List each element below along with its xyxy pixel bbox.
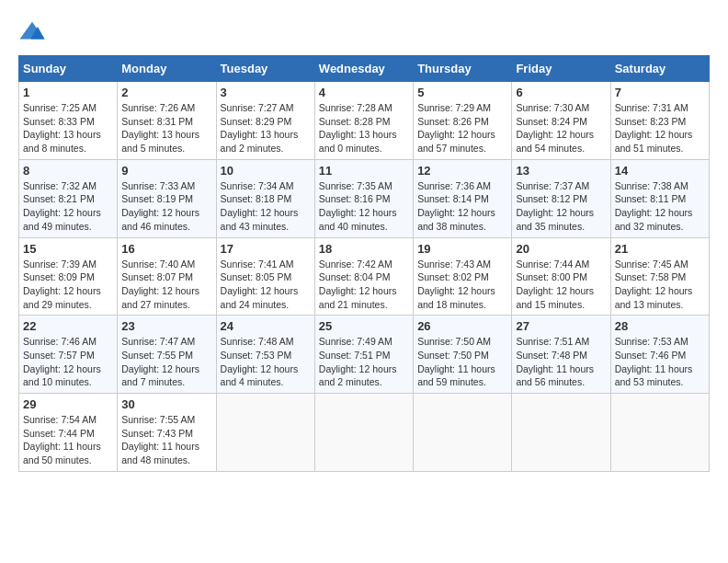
calendar-cell: 21 Sunrise: 7:45 AM Sunset: 7:58 PM Dayl… <box>610 237 709 316</box>
day-info: Sunrise: 7:29 AM Sunset: 8:26 PM Dayligh… <box>417 101 507 155</box>
calendar-cell: 24 Sunrise: 7:48 AM Sunset: 7:53 PM Dayl… <box>216 316 314 394</box>
day-info: Sunrise: 7:26 AM Sunset: 8:31 PM Dayligh… <box>121 101 211 155</box>
day-number: 15 <box>23 242 113 256</box>
day-info: Sunrise: 7:33 AM Sunset: 8:19 PM Dayligh… <box>121 179 211 234</box>
calendar-cell: 2 Sunrise: 7:26 AM Sunset: 8:31 PM Dayli… <box>118 82 216 160</box>
calendar-cell <box>610 394 709 472</box>
day-info: Sunrise: 7:36 AM Sunset: 8:14 PM Dayligh… <box>417 179 507 234</box>
day-number: 28 <box>615 319 705 333</box>
calendar-week-1: 1 Sunrise: 7:25 AM Sunset: 8:33 PM Dayli… <box>19 82 710 160</box>
day-number: 16 <box>121 242 211 256</box>
calendar-week-3: 15 Sunrise: 7:39 AM Sunset: 8:09 PM Dayl… <box>19 237 710 316</box>
day-info: Sunrise: 7:50 AM Sunset: 7:50 PM Dayligh… <box>417 335 507 389</box>
day-number: 12 <box>417 164 507 178</box>
day-number: 9 <box>121 164 211 178</box>
day-info: Sunrise: 7:34 AM Sunset: 8:18 PM Dayligh… <box>221 179 311 234</box>
day-info: Sunrise: 7:46 AM Sunset: 7:57 PM Dayligh… <box>23 335 113 389</box>
calendar-week-5: 29 Sunrise: 7:54 AM Sunset: 7:44 PM Dayl… <box>19 394 710 472</box>
calendar-cell: 27 Sunrise: 7:51 AM Sunset: 7:48 PM Dayl… <box>512 316 610 394</box>
day-number: 2 <box>121 86 211 99</box>
calendar-cell: 1 Sunrise: 7:25 AM Sunset: 8:33 PM Dayli… <box>19 82 118 160</box>
calendar-cell <box>414 394 512 472</box>
calendar-cell: 23 Sunrise: 7:47 AM Sunset: 7:55 PM Dayl… <box>118 316 216 394</box>
calendar-cell: 26 Sunrise: 7:50 AM Sunset: 7:50 PM Dayl… <box>414 316 512 394</box>
day-info: Sunrise: 7:27 AM Sunset: 8:29 PM Dayligh… <box>221 101 311 155</box>
day-number: 8 <box>23 164 113 178</box>
day-info: Sunrise: 7:31 AM Sunset: 8:23 PM Dayligh… <box>615 101 705 155</box>
day-number: 7 <box>615 86 705 99</box>
day-number: 30 <box>121 397 211 411</box>
day-number: 26 <box>417 319 507 333</box>
day-info: Sunrise: 7:30 AM Sunset: 8:24 PM Dayligh… <box>516 101 606 155</box>
day-number: 11 <box>319 164 409 178</box>
day-number: 22 <box>23 319 113 333</box>
col-header-sunday: Sunday <box>19 56 118 82</box>
calendar-cell: 9 Sunrise: 7:33 AM Sunset: 8:19 PM Dayli… <box>118 159 216 237</box>
day-info: Sunrise: 7:48 AM Sunset: 7:53 PM Dayligh… <box>221 335 311 389</box>
day-info: Sunrise: 7:45 AM Sunset: 7:58 PM Dayligh… <box>615 258 705 312</box>
calendar-cell: 15 Sunrise: 7:39 AM Sunset: 8:09 PM Dayl… <box>19 237 118 316</box>
day-number: 23 <box>121 319 211 333</box>
day-info: Sunrise: 7:43 AM Sunset: 8:02 PM Dayligh… <box>417 258 507 312</box>
calendar-cell <box>216 394 314 472</box>
day-number: 29 <box>23 397 113 411</box>
day-info: Sunrise: 7:42 AM Sunset: 8:04 PM Dayligh… <box>319 258 409 312</box>
day-info: Sunrise: 7:53 AM Sunset: 7:46 PM Dayligh… <box>615 335 705 389</box>
calendar-cell: 10 Sunrise: 7:34 AM Sunset: 8:18 PM Dayl… <box>216 159 314 237</box>
day-info: Sunrise: 7:28 AM Sunset: 8:28 PM Dayligh… <box>319 101 409 155</box>
calendar-cell: 16 Sunrise: 7:40 AM Sunset: 8:07 PM Dayl… <box>118 237 216 316</box>
calendar-cell: 14 Sunrise: 7:38 AM Sunset: 8:11 PM Dayl… <box>610 159 709 237</box>
col-header-tuesday: Tuesday <box>216 56 314 82</box>
day-number: 1 <box>23 86 113 99</box>
day-number: 5 <box>417 86 507 99</box>
day-info: Sunrise: 7:47 AM Sunset: 7:55 PM Dayligh… <box>121 335 211 389</box>
calendar-cell: 13 Sunrise: 7:37 AM Sunset: 8:12 PM Dayl… <box>512 159 610 237</box>
day-info: Sunrise: 7:51 AM Sunset: 7:48 PM Dayligh… <box>516 335 606 389</box>
day-info: Sunrise: 7:25 AM Sunset: 8:33 PM Dayligh… <box>23 101 113 155</box>
day-number: 19 <box>417 242 507 256</box>
col-header-thursday: Thursday <box>414 56 512 82</box>
calendar-cell <box>512 394 610 472</box>
logo <box>18 18 50 46</box>
day-number: 3 <box>221 86 311 99</box>
day-number: 20 <box>516 242 606 256</box>
day-info: Sunrise: 7:54 AM Sunset: 7:44 PM Dayligh… <box>23 413 113 467</box>
calendar-cell: 8 Sunrise: 7:32 AM Sunset: 8:21 PM Dayli… <box>19 159 118 237</box>
day-info: Sunrise: 7:44 AM Sunset: 8:00 PM Dayligh… <box>516 258 606 312</box>
calendar-cell: 3 Sunrise: 7:27 AM Sunset: 8:29 PM Dayli… <box>216 82 314 160</box>
calendar-cell: 5 Sunrise: 7:29 AM Sunset: 8:26 PM Dayli… <box>414 82 512 160</box>
day-info: Sunrise: 7:55 AM Sunset: 7:43 PM Dayligh… <box>121 413 211 467</box>
calendar-cell: 22 Sunrise: 7:46 AM Sunset: 7:57 PM Dayl… <box>19 316 118 394</box>
calendar-table: SundayMondayTuesdayWednesdayThursdayFrid… <box>18 55 710 472</box>
day-number: 21 <box>615 242 705 256</box>
col-header-monday: Monday <box>118 56 216 82</box>
day-number: 6 <box>516 86 606 99</box>
day-info: Sunrise: 7:39 AM Sunset: 8:09 PM Dayligh… <box>23 258 113 312</box>
day-info: Sunrise: 7:35 AM Sunset: 8:16 PM Dayligh… <box>319 179 409 234</box>
calendar-cell: 4 Sunrise: 7:28 AM Sunset: 8:28 PM Dayli… <box>314 82 413 160</box>
day-number: 4 <box>319 86 409 99</box>
day-number: 13 <box>516 164 606 178</box>
logo-icon <box>18 18 46 46</box>
calendar-week-2: 8 Sunrise: 7:32 AM Sunset: 8:21 PM Dayli… <box>19 159 710 237</box>
day-info: Sunrise: 7:37 AM Sunset: 8:12 PM Dayligh… <box>516 179 606 234</box>
calendar-cell: 12 Sunrise: 7:36 AM Sunset: 8:14 PM Dayl… <box>414 159 512 237</box>
day-info: Sunrise: 7:32 AM Sunset: 8:21 PM Dayligh… <box>23 179 113 234</box>
calendar-cell: 29 Sunrise: 7:54 AM Sunset: 7:44 PM Dayl… <box>19 394 118 472</box>
page-header <box>18 18 710 46</box>
day-number: 24 <box>221 319 311 333</box>
day-number: 27 <box>516 319 606 333</box>
day-info: Sunrise: 7:40 AM Sunset: 8:07 PM Dayligh… <box>121 258 211 312</box>
calendar-cell: 11 Sunrise: 7:35 AM Sunset: 8:16 PM Dayl… <box>314 159 413 237</box>
day-info: Sunrise: 7:49 AM Sunset: 7:51 PM Dayligh… <box>319 335 409 389</box>
day-number: 17 <box>221 242 311 256</box>
calendar-cell: 20 Sunrise: 7:44 AM Sunset: 8:00 PM Dayl… <box>512 237 610 316</box>
calendar-cell: 7 Sunrise: 7:31 AM Sunset: 8:23 PM Dayli… <box>610 82 709 160</box>
calendar-cell: 17 Sunrise: 7:41 AM Sunset: 8:05 PM Dayl… <box>216 237 314 316</box>
col-header-wednesday: Wednesday <box>314 56 413 82</box>
day-number: 25 <box>319 319 409 333</box>
day-info: Sunrise: 7:41 AM Sunset: 8:05 PM Dayligh… <box>221 258 311 312</box>
calendar-cell: 19 Sunrise: 7:43 AM Sunset: 8:02 PM Dayl… <box>414 237 512 316</box>
col-header-friday: Friday <box>512 56 610 82</box>
calendar-cell <box>314 394 413 472</box>
